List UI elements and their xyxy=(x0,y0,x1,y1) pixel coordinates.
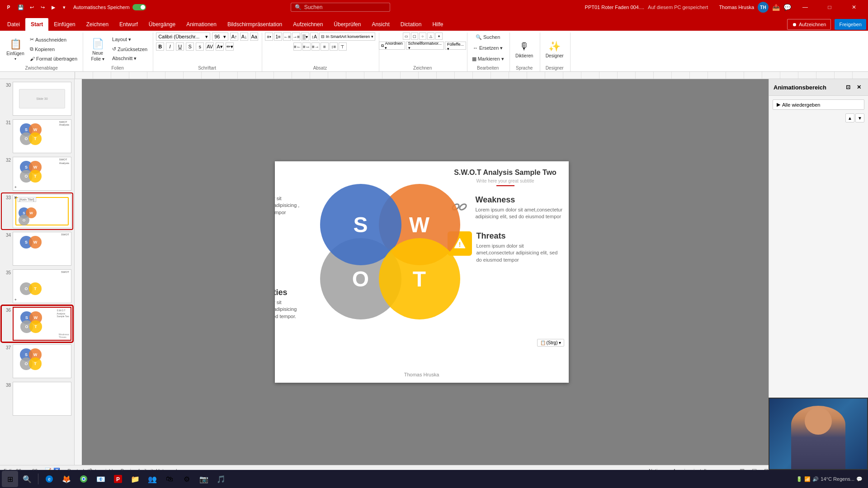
strikethrough-button[interactable]: S xyxy=(186,42,194,51)
taskbar-settings-button[interactable]: ⚙ xyxy=(179,471,195,487)
close-button[interactable]: ✕ xyxy=(844,0,864,14)
designer-button[interactable]: ✨ Designer xyxy=(543,34,566,64)
convert-smartart-button[interactable]: ⊟ In SmartArt konvertieren ▾ xyxy=(319,33,375,41)
taskbar-camera-button[interactable]: 📷 xyxy=(196,471,212,487)
font-family-select[interactable]: Calibri (Überschr...▾ xyxy=(156,33,210,41)
shape-more[interactable]: ▾ xyxy=(435,33,443,40)
taskbar-explorer-button[interactable]: 📁 xyxy=(127,471,143,487)
slide-item-35[interactable]: 35 O T SWOT xyxy=(2,268,72,304)
slide-item-30[interactable]: 30 Slide 30 xyxy=(2,81,72,117)
anim-close-icon[interactable]: ✕ xyxy=(854,83,863,92)
increase-font-button[interactable]: A↑ xyxy=(230,33,238,41)
vertical-align-button[interactable]: ⊤ xyxy=(339,42,347,51)
layout-button[interactable]: Layout ▾ xyxy=(110,35,149,44)
taskbar-outlook-button[interactable]: 📧 xyxy=(93,471,109,487)
autosave-toggle[interactable] xyxy=(132,4,146,10)
tab-einfuegen[interactable]: Einfügen xyxy=(48,18,80,31)
taskbar-teams-button[interactable]: 👥 xyxy=(144,471,160,487)
copy-button[interactable]: ⧉ Kopieren xyxy=(28,45,79,54)
clear-format-button[interactable]: Aa xyxy=(250,33,258,41)
slide-item-34[interactable]: 34 S W SWOT xyxy=(2,231,72,267)
play-all-button[interactable]: ▶ Alle wiedergeben xyxy=(773,99,864,110)
taskbar-chrome-button[interactable] xyxy=(75,471,92,487)
canvas-area[interactable]: S W O T Strenghts xyxy=(75,79,769,465)
shape-circle[interactable]: ○ xyxy=(419,33,426,40)
taskbar-start-button[interactable]: ⊞ xyxy=(2,471,18,487)
bullets-button[interactable]: ≡• xyxy=(265,33,273,41)
undo-icon[interactable]: ↩ xyxy=(27,3,36,12)
anim-down-button[interactable]: ▼ xyxy=(855,113,864,122)
notification-icon[interactable]: 💬 xyxy=(856,476,863,482)
slide-item-32[interactable]: 32 S W O T SWOTAnalysis xyxy=(2,156,72,192)
dictate-button[interactable]: 🎙 Diktieren xyxy=(513,34,536,64)
user-avatar[interactable]: TH xyxy=(758,2,769,13)
search-box[interactable]: 🔍 Suchen xyxy=(291,3,390,12)
taskbar-firefox-button[interactable]: 🦊 xyxy=(58,471,75,487)
decrease-indent-button[interactable]: ←≡ xyxy=(283,33,291,41)
taskbar-store-button[interactable]: 🛍 xyxy=(161,471,178,487)
font-color-button[interactable]: A▾ xyxy=(216,42,224,51)
tab-aufzeichnen[interactable]: Aufzeichnen xyxy=(288,18,328,31)
numbering-button[interactable]: 1≡ xyxy=(274,33,282,41)
underline-button[interactable]: U xyxy=(176,42,184,51)
tab-uebergaenge[interactable]: Übergänge xyxy=(143,18,181,31)
tab-datei[interactable]: Datei xyxy=(2,18,25,31)
minimize-button[interactable]: — xyxy=(795,0,816,14)
align-center-button[interactable]: ≡↔ xyxy=(302,42,311,51)
find-button[interactable]: 🔍 Suchen xyxy=(474,33,502,42)
more-qa-icon[interactable]: ▾ xyxy=(60,3,69,12)
section-button[interactable]: Abschnitt ▾ xyxy=(110,54,149,63)
decrease-font-button[interactable]: A↓ xyxy=(240,33,248,41)
select-button[interactable]: ▦ Markieren ▾ xyxy=(470,54,506,63)
share-button[interactable]: Freigeben xyxy=(835,19,866,30)
save-icon[interactable]: 💾 xyxy=(16,3,25,12)
shape-rect[interactable]: ▭ xyxy=(403,33,410,40)
char-spacing-button[interactable]: AV xyxy=(206,42,214,51)
maximize-button[interactable]: □ xyxy=(819,0,840,14)
comments-icon[interactable]: 💬 xyxy=(783,4,791,11)
slide-item-36[interactable]: 36 S W O T S.W.O.TAnalysisSample Two Wea… xyxy=(2,306,72,342)
tab-start[interactable]: Start xyxy=(25,18,48,31)
slide-item-38[interactable]: 38 xyxy=(2,381,72,417)
align-left-button[interactable]: ≡← xyxy=(293,42,302,51)
slide-item-31[interactable]: 31 S W O T SWOTAnalysis xyxy=(2,118,72,154)
anim-expand-icon[interactable]: ⊡ xyxy=(844,83,853,92)
increase-indent-button[interactable]: →≡ xyxy=(292,33,300,41)
line-spacing-button[interactable]: ↕≡ xyxy=(330,42,338,51)
slide-item-33[interactable]: 33 ✖ [Kein Titel] S W O xyxy=(2,193,72,229)
paste-ctrl-button[interactable]: 📋 (Strg) ▾ xyxy=(537,339,564,347)
taskbar-spotify-button[interactable]: 🎵 xyxy=(213,471,229,487)
tab-hilfe[interactable]: Hilfe xyxy=(427,18,448,31)
anim-up-button[interactable]: ▲ xyxy=(845,113,854,122)
columns-button[interactable]: ▒▾ xyxy=(301,33,309,41)
tab-animationen[interactable]: Animationen xyxy=(181,18,222,31)
align-right-button[interactable]: ≡→ xyxy=(311,42,320,51)
replace-button[interactable]: ↔ Ersetzen ▾ xyxy=(471,43,505,52)
slide-item-37[interactable]: 37 S W O T xyxy=(2,343,72,379)
italic-button[interactable]: I xyxy=(166,42,174,51)
present-icon[interactable]: ▶ xyxy=(49,3,58,12)
tab-entwurf[interactable]: Entwurf xyxy=(114,18,143,31)
redo-icon[interactable]: ↪ xyxy=(38,3,47,12)
paste-button[interactable]: 📋 Einfügen ▾ xyxy=(4,34,27,64)
fill-button[interactable]: Fülleffe... ▾ xyxy=(445,42,466,50)
arrange-button[interactable]: ⧉ Anordnen ▾ xyxy=(379,42,405,50)
font-size-select[interactable]: 96▾ xyxy=(212,33,228,41)
taskbar-edge-button[interactable]: e xyxy=(41,471,57,487)
new-slide-button[interactable]: 📄 Neue Folie ▾ xyxy=(86,34,109,64)
format-painter-button[interactable]: 🖌 Format übertragen xyxy=(28,54,79,63)
quick-styles-button[interactable]: Schnellformatvor... ▾ xyxy=(406,42,444,50)
taskbar-powerpoint-button[interactable]: P xyxy=(110,471,126,487)
share-icon[interactable]: 📤 xyxy=(772,4,780,11)
tab-dictation[interactable]: Dictation xyxy=(395,18,427,31)
tab-ansicht[interactable]: Ansicht xyxy=(366,18,395,31)
tab-zeichnen[interactable]: Zeichnen xyxy=(81,18,114,31)
cut-button[interactable]: ✂ Ausschneiden xyxy=(28,35,79,44)
justify-button[interactable]: ≡ xyxy=(321,42,329,51)
shape-triangle[interactable]: △ xyxy=(427,33,434,40)
record-button[interactable]: ⏺ Aufzeichnen xyxy=(787,19,831,30)
reset-button[interactable]: ↺ Zurücksetzen xyxy=(110,45,149,54)
tab-ueberpruefen[interactable]: Überprüfen xyxy=(328,18,366,31)
taskbar-search-button[interactable]: 🔍 xyxy=(19,471,35,487)
tab-bildschirmpraesenation[interactable]: Bildschirmpräsentation xyxy=(222,18,288,31)
